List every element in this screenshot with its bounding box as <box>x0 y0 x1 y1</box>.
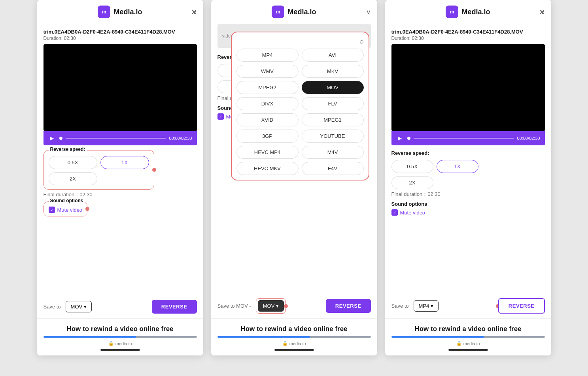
save-dot-2 <box>284 304 288 308</box>
format-button-2[interactable]: MOV ▾ <box>258 300 284 312</box>
lock-icon-2: 🔒 <box>282 341 288 346</box>
close-button-3[interactable]: ✕ <box>539 8 545 17</box>
panel-2: m Media.io ∨ video ⌕ MP4 AVI WMV MKV MPE… <box>211 0 377 355</box>
app-title-1: Media.io <box>113 8 142 16</box>
mute-check-icon-3[interactable]: ✓ <box>391 209 398 216</box>
format-mkv[interactable]: MKV <box>302 65 364 78</box>
sound-section-3: Sound options ✓ Mute video <box>385 201 551 219</box>
format-mpeg1[interactable]: MPEG1 <box>302 113 364 126</box>
speed-label-1: Reverse speed: <box>49 147 87 152</box>
home-bar-3 <box>448 349 488 351</box>
svg-text:m: m <box>450 9 454 15</box>
footer-title-2: How to rewind a video online free <box>217 325 371 333</box>
time-display-1: 00:00/02:30 <box>169 136 192 141</box>
format-mp4[interactable]: MP4 <box>236 49 299 62</box>
app-logo-2: m <box>272 6 284 18</box>
sound-label-1: Sound options <box>49 198 85 203</box>
save-outline-2: MOV ▾ <box>256 298 286 314</box>
file-name-1: trim.0EA4DB0A-D2F0-4E2A-8949-C34E411F4D2… <box>43 29 197 35</box>
speed-section-3: Reverse speed: 0.5X 1X 2X <box>385 145 551 189</box>
mute-label-3: Mute video <box>400 210 425 216</box>
format-youtube[interactable]: YOUTUBE <box>302 130 364 143</box>
footer-domain-1: 🔒 media.io <box>43 341 197 346</box>
speed-0.5x-3[interactable]: 0.5X <box>391 160 433 173</box>
speed-outline-1: Reverse speed: 0.5X 1X 2X <box>43 150 154 190</box>
file-info-3: trim.0EA4DB0A-D2F0-4E2A-8949-C34E411F4D2… <box>385 24 551 44</box>
format-f4v[interactable]: F4V <box>302 162 364 175</box>
app-logo-3: m <box>446 6 458 18</box>
footer-title-1: How to rewind a video online free <box>43 325 197 333</box>
play-button-1[interactable]: ▶ <box>48 134 56 142</box>
progress-dot-3 <box>407 137 410 140</box>
close-button-1[interactable]: ✕ <box>191 8 197 17</box>
mute-check-icon-1[interactable]: ✓ <box>49 207 55 213</box>
file-duration-1: Duration: 02:30 <box>43 36 197 41</box>
sound-dot-1 <box>85 207 89 211</box>
save-to-label-3: Save to <box>391 303 409 309</box>
format-m4v[interactable]: M4V <box>302 146 364 159</box>
lock-icon-3: 🔒 <box>456 341 462 346</box>
format-hevc-mkv[interactable]: HEVC MKV <box>236 162 299 175</box>
speed-0.5x-1[interactable]: 0.5X <box>49 156 97 169</box>
speed-dot-1 <box>152 168 156 172</box>
mute-checkbox-1: ✓ Mute video <box>49 207 83 213</box>
lock-icon-1: 🔒 <box>108 341 114 346</box>
svg-text:m: m <box>102 9 106 15</box>
mute-label-1: Mute video <box>57 207 83 213</box>
save-to-label-2: Save to MOV - <box>217 303 251 309</box>
sound-outline-1: Sound options ✓ Mute video <box>43 201 88 216</box>
app-title-3: Media.io <box>461 8 490 16</box>
page-footer-2: How to rewind a video online free 🔒 medi… <box>211 318 377 355</box>
format-grid-2: MP4 AVI WMV MKV MPEG2 MOV DIVX FLV XVID … <box>236 49 364 175</box>
page-footer-1: How to rewind a video online free 🔒 medi… <box>37 318 203 355</box>
speed-1x-3[interactable]: 1X <box>437 160 478 173</box>
reverse-button-1[interactable]: REVERSE <box>152 300 197 314</box>
progress-bar-1 <box>66 138 166 139</box>
reverse-btn-wrapper-3: REVERSE <box>498 298 545 314</box>
speed-2x-3[interactable]: 2X <box>391 176 433 189</box>
format-mpeg2[interactable]: MPEG2 <box>236 81 299 94</box>
app-header-1: m Media.io ∨ <box>37 0 203 24</box>
speed-section-1: Reverse speed: 0.5X 1X 2X <box>37 145 203 190</box>
progress-bar-blue-3 <box>391 336 545 338</box>
reverse-button-3[interactable]: REVERSE <box>498 298 545 314</box>
home-bar-1 <box>100 349 140 351</box>
app-header-3: m Media.io ∨ <box>385 0 551 24</box>
bottom-bar-2: Save to MOV - MOV ▾ REVERSE <box>211 293 377 318</box>
format-3gp[interactable]: 3GP <box>236 130 299 143</box>
sound-label-3: Sound options <box>391 201 545 207</box>
app-title-2: Media.io <box>287 8 316 16</box>
mute-check-icon-2[interactable]: ✓ <box>217 113 224 120</box>
chevron-down-icon-2: ∨ <box>366 8 371 16</box>
format-mov[interactable]: MOV <box>302 81 364 94</box>
speed-1x-1[interactable]: 1X <box>100 156 149 169</box>
footer-domain-2: 🔒 media.io <box>217 341 371 346</box>
format-hevc-mp4[interactable]: HEVC MP4 <box>236 146 299 159</box>
reverse-button-2[interactable]: REVERSE <box>326 299 371 313</box>
svg-text:m: m <box>276 9 280 15</box>
video-controls-3: ▶ 00:00/02:30 <box>391 131 545 145</box>
search-bar-2: ⌕ <box>236 37 364 45</box>
format-divx[interactable]: DIVX <box>236 97 299 110</box>
search-icon-2[interactable]: ⌕ <box>359 37 364 45</box>
format-button-1[interactable]: MOV ▾ <box>66 301 92 312</box>
footer-title-3: How to rewind a video online free <box>391 325 545 333</box>
final-duration-3: Final duration：02:30 <box>385 189 551 201</box>
page-footer-3: How to rewind a video online free 🔒 medi… <box>385 318 551 355</box>
app-logo-1: m <box>98 6 110 18</box>
video-preview-3 <box>391 44 545 131</box>
video-controls-1: ▶ 00:00/02:30 <box>43 131 197 145</box>
format-flv[interactable]: FLV <box>302 97 364 110</box>
progress-bar-3 <box>414 138 514 139</box>
play-button-3[interactable]: ▶ <box>396 134 404 142</box>
format-xvid[interactable]: XVID <box>236 113 299 126</box>
format-button-3[interactable]: MP4 ▾ <box>414 300 439 312</box>
video-preview-1 <box>43 44 197 131</box>
bottom-bar-3: Save to MP4 ▾ REVERSE <box>385 293 551 318</box>
progress-bar-blue-2 <box>217 336 371 338</box>
file-name-3: trim.0EA4DB0A-D2F0-4E2A-8949-C34E411F4D2… <box>391 29 545 35</box>
format-avi[interactable]: AVI <box>302 49 364 62</box>
format-wmv[interactable]: WMV <box>236 65 299 78</box>
speed-2x-1[interactable]: 2X <box>49 172 97 185</box>
sound-section-1: Sound options ✓ Mute video <box>37 201 203 220</box>
